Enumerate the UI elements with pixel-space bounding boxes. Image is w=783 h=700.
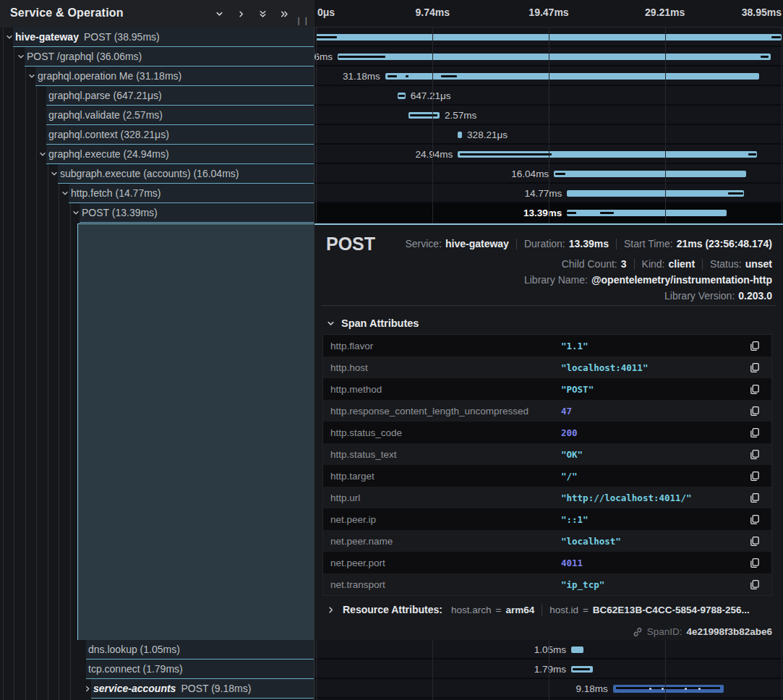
- span-tree-row[interactable]: http.fetch (14.77ms): [69, 184, 315, 203]
- span-tree-row[interactable]: subgraph.execute (accounts) (16.04ms): [58, 164, 315, 184]
- span-bar[interactable]: [567, 210, 727, 216]
- span-bar[interactable]: [571, 666, 593, 673]
- attribute-row[interactable]: http.method"POST": [323, 378, 771, 400]
- collapse-all-icon[interactable]: [257, 8, 268, 20]
- copy-icon[interactable]: [747, 490, 763, 505]
- span-bar[interactable]: [613, 685, 724, 693]
- span-bar-tick: [441, 75, 457, 77]
- operation-label: dns.lookup (1.05ms): [88, 644, 180, 655]
- attribute-row[interactable]: http.url"http://localhost:4011/": [323, 487, 771, 508]
- attribute-row[interactable]: http.target"/": [323, 465, 771, 487]
- span-attributes-header[interactable]: Span Attributes: [326, 317, 419, 329]
- span-tree-row[interactable]: tcp.connect (1.79ms): [86, 660, 315, 679]
- attribute-row[interactable]: net.peer.port4011: [323, 552, 771, 573]
- attribute-row[interactable]: net.peer.ip"::1": [323, 508, 771, 530]
- copy-icon[interactable]: [747, 533, 763, 549]
- operation-label: graphql.validate (2.57ms): [48, 109, 163, 121]
- meta-pair: Duration:13.39ms: [524, 238, 609, 249]
- chevron-right-icon[interactable]: [326, 605, 335, 615]
- span-id-value: 4e21998f3b82abe6: [686, 626, 772, 637]
- duration-label: 14.77ms: [524, 188, 562, 199]
- chevron-down-icon[interactable]: [5, 33, 14, 41]
- span-tree-row[interactable]: graphql.validate (2.57ms): [46, 106, 315, 125]
- span-tree-row[interactable]: graphql.execute (24.94ms): [46, 145, 315, 164]
- span-bar-tick: [573, 668, 590, 670]
- span-bar-tick: [406, 75, 409, 77]
- ruler-tick-label: 38.95ms: [742, 7, 782, 18]
- copy-icon[interactable]: [747, 446, 763, 462]
- span-tree-row[interactable]: graphql.operation Me (31.18ms): [35, 67, 315, 86]
- attribute-row[interactable]: net.transport"ip_tcp": [323, 573, 771, 595]
- indent-guide-line: [14, 27, 14, 700]
- link-icon[interactable]: [633, 627, 643, 637]
- span-bar-tick: [316, 36, 337, 38]
- span-bar-tick: [748, 153, 756, 155]
- duration-label: 2.57ms: [445, 110, 476, 121]
- span-bar[interactable]: [408, 112, 440, 119]
- attribute-row[interactable]: net.peer.name"localhost": [323, 530, 771, 552]
- attribute-row[interactable]: http.flavor"1.1": [323, 335, 771, 357]
- chevron-right-icon[interactable]: [83, 684, 92, 693]
- service-name: hive-gateway: [15, 31, 79, 43]
- span-tree-row[interactable]: service-accountsPOST (9.18ms): [91, 679, 315, 699]
- attribute-value: "ip_tcp": [561, 579, 747, 590]
- span-bar[interactable]: [554, 171, 746, 177]
- span-tree-row[interactable]: hive-gatewayPOST (38.95ms): [13, 27, 315, 47]
- duration-label: 9.18ms: [576, 683, 607, 694]
- collapse-one-icon[interactable]: [213, 8, 225, 20]
- timeline-ruler[interactable]: 0μs9.74ms19.47ms29.21ms38.95ms: [315, 0, 783, 27]
- span-bar[interactable]: [458, 151, 757, 158]
- span-bar[interactable]: [398, 93, 406, 99]
- span-bar[interactable]: [338, 54, 771, 60]
- copy-icon[interactable]: [747, 555, 763, 571]
- attribute-row[interactable]: http.response_content_length_uncompresse…: [323, 400, 771, 422]
- span-tree-row[interactable]: graphql.context (328.21μs): [46, 125, 315, 145]
- chevron-down-icon[interactable]: [61, 189, 69, 197]
- chevron-down-icon[interactable]: [27, 72, 36, 80]
- attribute-row[interactable]: http.status_code200: [323, 422, 771, 443]
- copy-icon[interactable]: [747, 511, 763, 527]
- span-bar[interactable]: [458, 132, 462, 138]
- span-tree-row[interactable]: dns.lookup (1.05ms): [86, 640, 315, 660]
- indent-guide-line: [25, 27, 26, 700]
- attribute-row[interactable]: http.status_text"OK": [323, 443, 771, 465]
- span-bar[interactable]: [567, 190, 743, 197]
- span-tree-row[interactable]: POST (13.39ms): [80, 203, 315, 223]
- meta-pair: Library Name:@opentelemetry/instrumentat…: [524, 274, 772, 286]
- meta-label: Library Version:: [664, 290, 735, 302]
- chevron-down-icon[interactable]: [72, 208, 80, 217]
- copy-icon[interactable]: [747, 576, 763, 592]
- expand-all-icon[interactable]: [278, 8, 290, 20]
- copy-icon[interactable]: [747, 403, 763, 419]
- copy-icon[interactable]: [747, 338, 763, 354]
- chevron-down-icon[interactable]: [38, 150, 47, 158]
- expanded-span-row-background[interactable]: [77, 223, 314, 640]
- panel-divider[interactable]: [314, 0, 315, 700]
- duration-label: 16.04ms: [511, 168, 549, 179]
- expand-one-icon[interactable]: [235, 8, 247, 20]
- resource-value: BC62E13B-C4CC-5854-9788-256...: [593, 605, 750, 615]
- chevron-down-icon[interactable]: [50, 169, 59, 178]
- span-tree-row[interactable]: graphql.parse (647.21μs): [46, 86, 315, 106]
- span-id-label: SpanID:: [647, 626, 683, 637]
- copy-icon[interactable]: [747, 381, 763, 397]
- copy-icon[interactable]: [747, 359, 763, 375]
- duration-label: 1.05ms: [534, 644, 566, 655]
- span-tree-row[interactable]: POST /graphql (36.06ms): [25, 47, 315, 67]
- service-name: service-accounts: [93, 683, 176, 694]
- tree-header-title: Service & Operation: [10, 7, 124, 20]
- chevron-down-icon[interactable]: [17, 52, 25, 61]
- chevron-down-icon: [326, 319, 335, 328]
- attribute-row[interactable]: http.host"localhost:4011": [323, 357, 771, 378]
- copy-icon[interactable]: [747, 468, 763, 484]
- span-bar[interactable]: [571, 646, 583, 653]
- meta-pair: Child Count:3: [562, 258, 627, 270]
- panel-resize-grip[interactable]: ❘❘: [296, 16, 310, 25]
- span-bar[interactable]: [385, 73, 759, 80]
- attribute-key: http.url: [323, 492, 561, 503]
- indent-guide-line: [36, 27, 37, 700]
- resource-attributes-row[interactable]: Resource Attributes:host.arch=arm64host.…: [326, 604, 776, 615]
- attribute-value: "1.1": [561, 341, 747, 351]
- copy-icon[interactable]: [747, 424, 763, 440]
- meta-pair: Kind:client: [642, 258, 696, 270]
